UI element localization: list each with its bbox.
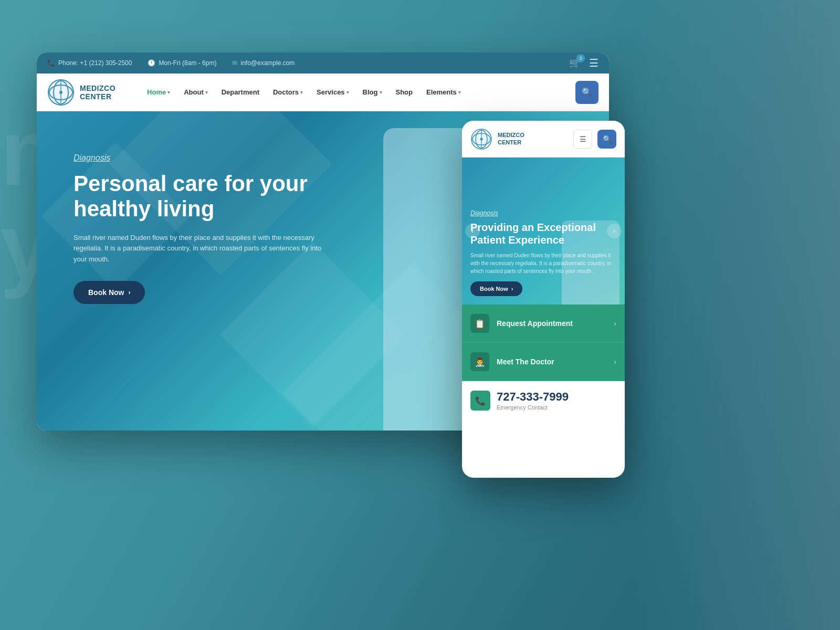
nav-elements-label: Elements [426,88,457,96]
hero-content-block: Diagnosis Personal care for your healthy… [74,153,326,304]
mobile-book-arrow: › [511,286,513,292]
nav-item-shop[interactable]: Shop [391,85,418,99]
nav-elements-arrow: ▾ [458,90,461,95]
mobile-hero-title: Providing an Exceptional Patient Experie… [470,221,616,246]
nav-item-department[interactable]: Department [216,85,265,99]
mobile-quick-links-list: 📋 Request Appointment › 👨‍⚕️ Meet The Do… [462,304,625,381]
topbar-phone-label: Phone: +1 (212) 305-2500 [58,59,132,67]
nav-blog-label: Blog [363,88,378,96]
doctor-label: Meet The Doctor [497,358,614,366]
mobile-search-icon: 🔍 [603,135,612,143]
nav-blog-arrow: ▾ [380,90,382,95]
search-icon: 🔍 [582,87,592,97]
nav-about-arrow: ▾ [205,90,208,95]
mobile-logo-line2: CENTER [498,139,568,146]
phone-icon: 📞 [47,59,55,67]
hero-title-line2: healthy living [74,196,214,221]
mobile-list-item-doctor[interactable]: 👨‍⚕️ Meet The Doctor › [462,343,625,381]
logo-svg-icon [47,79,75,106]
doctor-icon: 👨‍⚕️ [470,352,489,371]
topbar-phone: 📞 Phone: +1 (212) 305-2500 [47,59,132,67]
book-now-label: Book Now [88,288,124,297]
mobile-hero-description: Small river named Duden flows by their p… [470,251,616,275]
nav-services-label: Services [317,88,345,96]
mobile-header: MEDIZCO CENTER ☰ 🔍 [462,121,625,158]
hero-title-line1: Personal care for your [74,171,308,196]
nav-item-services[interactable]: Services ▾ [311,85,354,99]
mobile-hero-section: ‹ › Diagnosis Providing an Exceptional P… [462,158,625,304]
nav-item-doctors[interactable]: Doctors ▾ [268,85,308,99]
logo-text: MEDIZCO CENTER [80,84,116,101]
mobile-search-button[interactable]: 🔍 [597,130,616,149]
topbar-hours-label: Mon-Fri (8am - 6pm) [159,59,216,67]
logo-line2: CENTER [80,92,116,101]
nav-item-blog[interactable]: Blog ▾ [358,85,387,99]
desktop-book-now-button[interactable]: Book Now › [74,281,145,304]
nav-item-elements[interactable]: Elements ▾ [421,85,466,99]
logo-line1: MEDIZCO [80,84,116,92]
email-icon: ✉ [232,59,237,67]
clock-icon: 🕐 [148,59,155,67]
nav-department-label: Department [222,88,259,96]
nav-home-label: Home [147,88,166,96]
mobile-phone-info: 727-333-7999 Emergency Contact [497,391,616,411]
mobile-list-item-appointment[interactable]: 📋 Request Appointment › [462,304,625,343]
nav-services-arrow: ▾ [346,90,349,95]
mobile-browser-window: MEDIZCO CENTER ☰ 🔍 ‹ › Diagnosis Providi… [462,121,625,478]
cart-badge: 3 [576,54,585,62]
nav-home-arrow: ▾ [167,90,170,95]
mobile-logo-svg-icon [470,128,492,150]
desktop-search-button[interactable]: 🔍 [575,81,598,104]
topbar-email: ✉ info@example.com [232,59,295,67]
mobile-hero-title-line1: Providing an Exceptional [470,222,596,233]
hero-description: Small river named Duden flows by their p… [74,233,326,265]
desktop-nav-menu: Home ▾ About ▾ Department Doctors ▾ Serv… [131,85,575,99]
hero-subtitle: Diagnosis [74,153,326,163]
desktop-header-nav: MEDIZCO CENTER Home ▾ About ▾ Department… [37,74,609,111]
nav-item-about[interactable]: About ▾ [178,85,213,99]
nav-shop-label: Shop [396,88,413,96]
nav-about-label: About [184,88,204,96]
mobile-hamburger-icon: ☰ [580,135,586,143]
doctor-arrow: › [614,358,616,366]
appointment-arrow: › [614,319,616,328]
cart-button[interactable]: 🛒 3 [569,57,581,69]
mobile-hamburger-button[interactable]: ☰ [573,130,592,149]
emergency-phone-number: 727-333-7999 [497,391,616,403]
prev-icon: ‹ [471,227,474,235]
appointment-icon: 📋 [470,314,489,333]
mobile-logo-line1: MEDIZCO [498,132,568,139]
appointment-label: Request Appointment [497,319,614,328]
phone-cta-icon: 📞 [470,391,490,411]
topbar-right-controls: 🛒 3 ☰ [569,57,598,69]
nav-doctors-arrow: ▾ [300,90,303,95]
mobile-hero-title-line2: Patient Experience [470,234,564,246]
mobile-hero-content: Diagnosis Providing an Exceptional Patie… [462,201,625,304]
nav-doctors-label: Doctors [273,88,299,96]
background-doctor-blur [630,0,840,630]
mobile-hero-next-button[interactable]: › [607,224,622,238]
desktop-topbar: 📞 Phone: +1 (212) 305-2500 🕐 Mon-Fri (8a… [37,52,609,74]
mobile-phone-cta: 📞 727-333-7999 Emergency Contact [462,381,625,420]
mobile-book-now-button[interactable]: Book Now › [470,281,522,296]
topbar-email-label: info@example.com [240,59,295,67]
next-icon: › [613,227,615,235]
topbar-hamburger[interactable]: ☰ [589,57,598,69]
mobile-book-label: Book Now [480,286,508,292]
mobile-hero-subtitle: Diagnosis [470,209,616,217]
emergency-contact-label: Emergency Contact [497,404,616,411]
mobile-hero-prev-button[interactable]: ‹ [465,224,480,238]
book-now-arrow: › [128,289,130,296]
hero-title: Personal care for your healthy living [74,171,326,222]
topbar-hours: 🕐 Mon-Fri (8am - 6pm) [148,59,216,67]
desktop-logo: MEDIZCO CENTER [47,79,116,106]
mobile-logo-text: MEDIZCO CENTER [498,132,568,145]
nav-item-home[interactable]: Home ▾ [142,85,175,99]
